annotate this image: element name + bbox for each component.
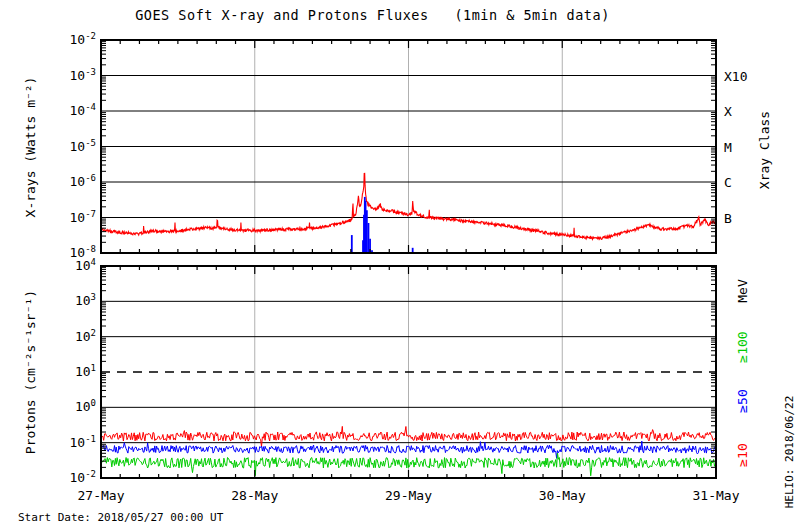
proton-ytick-label: 101 [55,364,96,378]
xtick-label-28-May: 28-May [215,489,295,502]
proton-ytick-label: 10-2 [55,470,96,484]
xray-ytick-label: 10-4 [55,103,96,117]
xray-ytick-label: 10-3 [55,68,96,82]
xray-ytick-label: 10-2 [55,32,96,46]
proton-energy-label-50: ≥50 [736,389,749,412]
proton-energy-label-100: ≥100 [736,331,749,362]
xtick-label-27-May: 27-May [61,489,141,502]
xtick-label-29-May: 29-May [369,489,449,502]
goes-flux-chart: GOES Soft X-ray and Protons Fluxes (1min… [0,0,800,530]
xray-y-axis-title: X-rays (Watts m⁻²) [24,77,37,218]
xtick-label-30-May: 30-May [522,489,602,502]
xray-ytick-label: 10-7 [55,210,96,224]
proton-ytick-label: 10-1 [55,435,96,449]
xray-class-label-m: M [724,141,732,154]
xray-class-label-c: C [724,176,732,189]
helio-credit: HELIO: 2018/06/22 [784,396,795,509]
proton-ytick-label: 102 [55,329,96,343]
xray-ytick-label: 10-6 [55,174,96,188]
xray-class-label-x: X [724,105,732,118]
start-date-label: Start Date: 2018/05/27 00:00 UT [18,512,223,523]
proton-energy-label-MeV: MeV [736,279,749,302]
proton-ytick-label: 104 [55,258,96,272]
chart-title: GOES Soft X-ray and Protons Fluxes (1min… [100,9,645,23]
xray-ytick-label: 10-5 [55,139,96,153]
xray-class-label-x10: X10 [724,70,747,83]
xtick-label-31-May: 31-May [676,489,756,502]
proton-ytick-label: 100 [55,399,96,413]
proton-ytick-label: 103 [55,293,96,307]
xray-class-axis-title: Xray Class [758,111,771,189]
xray-class-label-b: B [724,212,732,225]
plot-canvas [0,0,800,530]
proton-y-axis-title: Protons (cm⁻²s⁻¹sr⁻¹) [24,290,37,454]
proton-energy-label-10: ≥10 [736,443,749,466]
